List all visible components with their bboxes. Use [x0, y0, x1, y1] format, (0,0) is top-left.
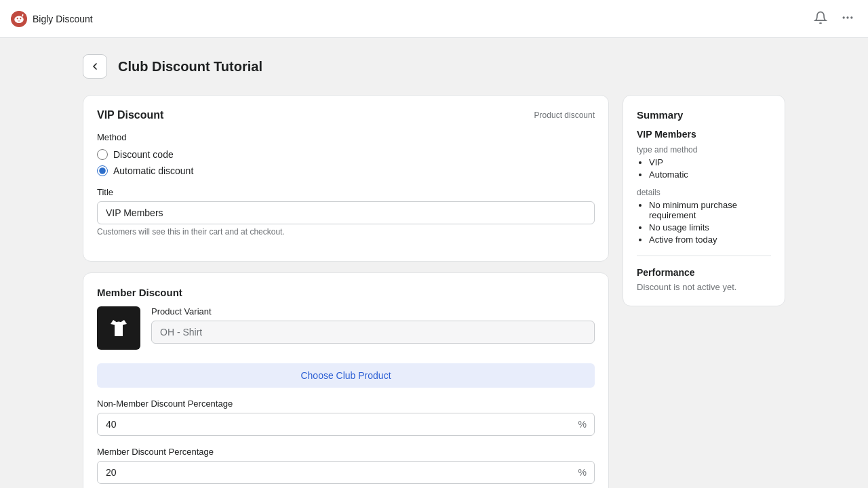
details-label: details	[637, 188, 771, 197]
performance-text: Discount is not active yet.	[637, 282, 771, 292]
vip-discount-card: VIP Discount Product discount Method Dis…	[83, 95, 609, 262]
automatic-discount-radio[interactable]	[97, 165, 108, 176]
summary-discount-name: VIP Members	[637, 129, 771, 140]
member-discount-card: Member Discount Product Variant Choose C…	[83, 272, 609, 488]
svg-point-5	[850, 16, 852, 18]
right-column: Summary VIP Members type and method VIP …	[623, 95, 785, 306]
method-radio-group: Discount code Automatic discount	[97, 149, 595, 176]
discount-code-label: Discount code	[113, 149, 174, 160]
svg-point-2	[20, 18, 21, 19]
detail-item-0: No minimum purchase requirement	[649, 200, 771, 220]
product-variant-row: Product Variant	[97, 306, 595, 350]
svg-point-1	[17, 18, 18, 19]
page-title: Club Discount Tutorial	[118, 59, 262, 75]
title-field-group: Title Customers will see this in their c…	[97, 187, 595, 237]
non-member-discount-label: Non-Member Discount Percentage	[97, 399, 595, 409]
product-variant-input	[151, 321, 595, 344]
vip-card-header: VIP Discount Product discount	[97, 109, 595, 121]
member-discount-title: Member Discount	[97, 287, 595, 298]
member-discount-input[interactable]	[97, 461, 595, 484]
summary-card: Summary VIP Members type and method VIP …	[623, 95, 785, 306]
topbar-right	[811, 8, 857, 30]
choose-club-product-button[interactable]: Choose Club Product	[97, 363, 595, 388]
app-name: Bigly Discount	[33, 14, 93, 24]
type-item-vip: VIP	[649, 157, 771, 167]
notification-button[interactable]	[811, 8, 830, 30]
discount-code-radio-item[interactable]: Discount code	[97, 149, 595, 160]
product-discount-badge: Product discount	[534, 110, 595, 120]
variant-field: Product Variant	[151, 306, 595, 344]
automatic-discount-radio-item[interactable]: Automatic discount	[97, 165, 595, 176]
method-label: Method	[97, 132, 595, 142]
non-member-input-wrapper: %	[97, 413, 595, 436]
discount-code-radio[interactable]	[97, 149, 108, 160]
performance-title: Performance	[637, 267, 771, 278]
title-input[interactable]	[97, 201, 595, 224]
main-layout: VIP Discount Product discount Method Dis…	[83, 95, 785, 488]
svg-point-3	[843, 16, 845, 18]
non-member-discount-group: Non-Member Discount Percentage %	[97, 399, 595, 436]
vip-card-title: VIP Discount	[97, 109, 163, 121]
title-field-hint: Customers will see this in their cart an…	[97, 227, 595, 237]
topbar-left: Bigly Discount	[11, 11, 93, 27]
detail-item-2: Active from today	[649, 235, 771, 245]
svg-point-0	[14, 16, 24, 23]
topbar: Bigly Discount	[0, 0, 868, 38]
page-wrapper: Club Discount Tutorial VIP Discount Prod…	[61, 38, 807, 488]
title-field-label: Title	[97, 187, 595, 197]
svg-point-4	[846, 16, 848, 18]
more-menu-button[interactable]	[838, 8, 857, 30]
app-logo	[11, 11, 27, 27]
back-button[interactable]	[83, 54, 107, 79]
product-variant-label: Product Variant	[151, 306, 595, 317]
summary-title: Summary	[637, 109, 771, 121]
non-member-discount-input[interactable]	[97, 413, 595, 436]
page-header: Club Discount Tutorial	[83, 54, 785, 79]
product-thumbnail	[97, 306, 140, 350]
member-discount-label: Member Discount Percentage	[97, 447, 595, 457]
automatic-discount-label: Automatic discount	[113, 165, 193, 176]
detail-item-1: No usage limits	[649, 222, 771, 232]
left-column: VIP Discount Product discount Method Dis…	[83, 95, 609, 488]
member-input-wrapper: %	[97, 461, 595, 484]
member-discount-group: Member Discount Percentage %	[97, 447, 595, 484]
type-item-automatic: Automatic	[649, 169, 771, 180]
type-method-list: VIP Automatic	[637, 157, 771, 180]
type-method-label: type and method	[637, 145, 771, 155]
details-list: No minimum purchase requirement No usage…	[637, 200, 771, 245]
